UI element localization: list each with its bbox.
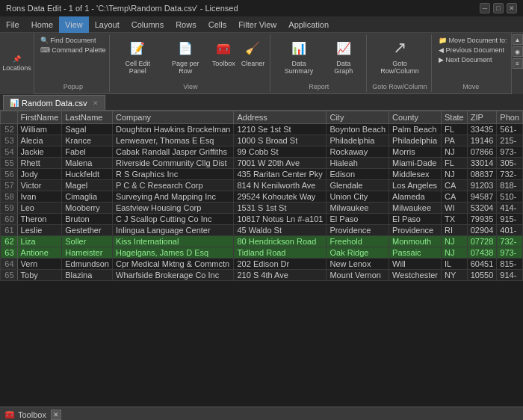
sidebar-btn-1[interactable]: ▲: [513, 34, 523, 45]
table-cell[interactable]: 1531 S 1st St: [234, 203, 327, 214]
table-cell[interactable]: Cimaglia: [62, 191, 113, 203]
table-cell[interactable]: Philadelphia: [389, 135, 442, 146]
table-cell[interactable]: 7001 W 20th Ave: [234, 158, 327, 169]
row-number[interactable]: 53: [1, 135, 18, 146]
table-cell[interactable]: Philadelphia: [327, 135, 389, 146]
row-number[interactable]: 62: [1, 236, 18, 247]
table-cell[interactable]: Edmundson: [62, 259, 113, 270]
table-cell[interactable]: Freehold: [327, 236, 389, 247]
table-cell[interactable]: Wharfside Brokerage Co Inc: [113, 270, 234, 281]
row-number[interactable]: 58: [1, 191, 18, 203]
table-cell[interactable]: 414-: [497, 203, 523, 214]
table-cell[interactable]: Victor: [17, 180, 62, 191]
table-cell[interactable]: Edison: [327, 169, 389, 180]
table-cell[interactable]: WI: [442, 203, 468, 214]
table-cell[interactable]: Milwaukee: [389, 203, 442, 214]
table-cell[interactable]: Tidland Road: [234, 247, 327, 259]
table-row[interactable]: 57VictorMagelP C & C Research Corp814 N …: [1, 180, 523, 191]
table-cell[interactable]: 10817 Notus Ln #-a101: [234, 214, 327, 225]
table-cell[interactable]: Providence: [389, 225, 442, 236]
row-number[interactable]: 55: [1, 158, 18, 169]
table-cell[interactable]: Rhett: [17, 158, 62, 169]
row-number[interactable]: 60: [1, 214, 18, 225]
table-cell[interactable]: 973-: [497, 247, 523, 259]
menu-rows[interactable]: Rows: [170, 16, 202, 33]
table-cell[interactable]: Passaic: [389, 247, 442, 259]
table-row[interactable]: 55RhettMalenaRiverside Community Cllg Di…: [1, 158, 523, 169]
table-cell[interactable]: 07438: [467, 247, 497, 259]
next-document-button[interactable]: ▶ Next Document: [436, 55, 505, 64]
row-number[interactable]: 54: [1, 146, 18, 158]
table-cell[interactable]: Ivan: [17, 191, 62, 203]
table-cell[interactable]: 915-: [497, 214, 523, 225]
table-row[interactable]: 61LeslieGestetherInlingua Language Cente…: [1, 225, 523, 236]
table-cell[interactable]: 435 Raritan Center Pky: [234, 169, 327, 180]
row-number[interactable]: 63: [1, 247, 18, 259]
table-cell[interactable]: Milwaukee: [327, 203, 389, 214]
table-cell[interactable]: 33014: [467, 158, 497, 169]
table-cell[interactable]: P C & C Research Corp: [113, 180, 234, 191]
table-cell[interactable]: FL: [442, 124, 468, 135]
table-cell[interactable]: 91203: [467, 180, 497, 191]
table-cell[interactable]: Magel: [62, 180, 113, 191]
table-cell[interactable]: NY: [442, 270, 468, 281]
table-cell[interactable]: Leslie: [17, 225, 62, 236]
table-cell[interactable]: IL: [442, 259, 468, 270]
row-number[interactable]: 64: [1, 259, 18, 270]
table-cell[interactable]: Oak Ridge: [327, 247, 389, 259]
table-cell[interactable]: 1000 S Broad St: [234, 135, 327, 146]
table-cell[interactable]: 60451: [467, 259, 497, 270]
table-cell[interactable]: 94587: [467, 191, 497, 203]
table-cell[interactable]: Huckfeldt: [62, 169, 113, 180]
cell-edit-panel-button[interactable]: 📝 Cell Edit Panel: [114, 36, 161, 76]
table-cell[interactable]: 510-: [497, 191, 523, 203]
table-cell[interactable]: New Lenox: [327, 259, 389, 270]
table-cell[interactable]: 19146: [467, 135, 497, 146]
table-cell[interactable]: 02904: [467, 225, 497, 236]
table-cell[interactable]: William: [17, 124, 62, 135]
row-number[interactable]: 52: [1, 124, 18, 135]
table-cell[interactable]: Westchester: [389, 270, 442, 281]
minimize-button[interactable]: ─: [480, 3, 490, 13]
table-cell[interactable]: Providence: [327, 225, 389, 236]
table-cell[interactable]: 732-: [497, 169, 523, 180]
table-cell[interactable]: 80 Hendrickson Road: [234, 236, 327, 247]
table-row[interactable]: 58IvanCimagliaSurveying And Mapping Inc2…: [1, 191, 523, 203]
table-cell[interactable]: NJ: [442, 169, 468, 180]
locations-button[interactable]: 📌 Locations: [0, 33, 34, 94]
table-cell[interactable]: Middlesex: [389, 169, 442, 180]
table-cell[interactable]: 79935: [467, 214, 497, 225]
table-cell[interactable]: 815-: [497, 259, 523, 270]
table-cell[interactable]: 215-: [497, 135, 523, 146]
table-cell[interactable]: Toby: [17, 270, 62, 281]
table-cell[interactable]: Palm Beach: [389, 124, 442, 135]
table-cell[interactable]: Kiss International: [113, 236, 234, 247]
table-cell[interactable]: 99 Cobb St: [234, 146, 327, 158]
table-cell[interactable]: RI: [442, 225, 468, 236]
table-cell[interactable]: Leo: [17, 203, 62, 214]
table-cell[interactable]: 45 Waldo St: [234, 225, 327, 236]
menu-cells[interactable]: Cells: [202, 16, 232, 33]
table-cell[interactable]: 973-: [497, 146, 523, 158]
table-cell[interactable]: 732-: [497, 236, 523, 247]
table-cell[interactable]: Doughton Hawkins Brockelman: [113, 124, 234, 135]
table-cell[interactable]: 401-: [497, 225, 523, 236]
close-button[interactable]: ✕: [507, 3, 517, 13]
table-cell[interactable]: Miami-Dade: [389, 158, 442, 169]
table-cell[interactable]: Fabel: [62, 146, 113, 158]
sidebar-btn-2[interactable]: ◉: [513, 46, 523, 57]
table-cell[interactable]: 53204: [467, 203, 497, 214]
table-cell[interactable]: Hialeah: [327, 158, 389, 169]
menu-filter-view[interactable]: Filter View: [232, 16, 282, 33]
table-cell[interactable]: Antione: [17, 247, 62, 259]
table-cell[interactable]: Riverside Community Cllg Dist: [113, 158, 234, 169]
table-cell[interactable]: Gestether: [62, 225, 113, 236]
table-row[interactable]: 62LizaSollerKiss International80 Hendric…: [1, 236, 523, 247]
table-cell[interactable]: Hagelgans, James D Esq: [113, 247, 234, 259]
data-summary-button[interactable]: 📊 Data Summary: [275, 36, 323, 76]
table-cell[interactable]: 561-: [497, 124, 523, 135]
table-cell[interactable]: Morris: [389, 146, 442, 158]
table-row[interactable]: 64VernEdmundsonCpr Medical Mktng & Commc…: [1, 259, 523, 270]
table-cell[interactable]: 914-: [497, 270, 523, 281]
table-cell[interactable]: Will: [389, 259, 442, 270]
